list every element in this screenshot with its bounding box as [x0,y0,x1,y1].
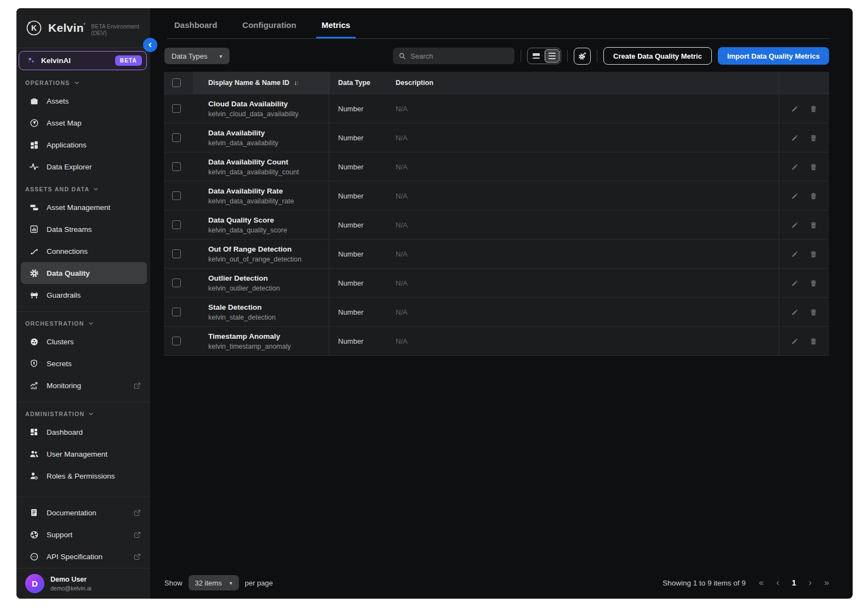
row-checkbox[interactable] [172,162,181,171]
sidebar-item-api-specification[interactable]: API Specification [21,545,147,567]
tab-metrics[interactable]: Metrics [316,20,356,38]
table-row[interactable]: Timestamp Anomalykelvin_timestamp_anomal… [164,327,829,356]
row-checkbox[interactable] [172,337,181,345]
row-checkbox[interactable] [172,308,181,316]
sidebar-item-user-management[interactable]: User Management [21,443,147,465]
section-assets-and-data[interactable]: ASSETS AND DATA [16,178,150,196]
row-checkbox[interactable] [172,249,181,258]
delete-button[interactable] [809,279,818,287]
roles-permissions-icon [29,471,39,481]
first-page-button[interactable]: « [759,578,764,588]
sidebar-item-clusters[interactable]: Clusters [21,331,147,353]
last-page-button[interactable]: » [824,578,829,588]
row-checkbox[interactable] [172,278,181,287]
delete-button[interactable] [809,250,818,258]
delete-button[interactable] [809,105,818,113]
table-header-row: Display Name & Name ID ↓↑ Data Type Desc… [164,72,829,94]
user-email: demo@kelvin.ai [50,585,92,592]
section-orchestration[interactable]: ORCHESTRATION [16,312,150,331]
table-row[interactable]: Data Availabilitykelvin_data_availabilit… [164,123,829,152]
row-checkbox[interactable] [172,104,181,113]
row-checkbox[interactable] [172,220,181,229]
row-checkbox[interactable] [172,191,181,200]
search-input[interactable] [410,52,509,60]
data-streams-icon [29,224,39,234]
select-all-checkbox[interactable] [172,78,181,87]
data-types-filter-dropdown[interactable]: Data Types ▾ [164,48,230,64]
chevron-down-icon [74,80,79,86]
edit-button[interactable] [791,163,799,171]
tab-dashboard[interactable]: Dashboard [169,20,222,38]
edit-button[interactable] [791,221,799,229]
sidebar-item-asset-management[interactable]: Asset Management [21,196,147,218]
trash-icon [809,105,818,113]
sidebar-collapse-button[interactable] [143,38,157,52]
import-data-quality-metrics-button[interactable]: Import Data Quality Metrics [718,47,829,65]
sidebar-item-connections[interactable]: Connections [21,240,147,262]
sidebar-item-support[interactable]: Support [21,524,147,545]
sidebar-item-roles-permissions[interactable]: Roles & Permissions [21,465,147,487]
sidebar-item-documentation[interactable]: Documentation [21,502,147,524]
section-administration[interactable]: ADMINISTRATION [16,402,150,421]
assets-icon [29,96,39,106]
table-settings-button[interactable] [574,48,591,65]
row-checkbox[interactable] [172,133,181,142]
user-menu[interactable]: D Demo User demo@kelvin.ai [16,568,150,599]
delete-button[interactable] [809,308,818,316]
sidebar-item-monitoring[interactable]: Monitoring [21,374,147,396]
delete-button[interactable] [809,221,818,229]
edit-button[interactable] [791,250,799,258]
sidebar-item-data-streams[interactable]: Data Streams [21,218,147,240]
show-label: Show [164,579,182,587]
applications-icon [29,140,39,150]
delete-button[interactable] [809,134,818,142]
tab-bar: Dashboard Configuration Metrics [167,8,829,39]
kelvin-ai-button[interactable]: KelvinAI BETA [19,51,147,70]
delete-button[interactable] [809,163,818,171]
documentation-icon [29,508,39,518]
table-row[interactable]: Stale Detectionkelvin_stale_detection Nu… [164,298,829,327]
table-row[interactable]: Outlier Detectionkelvin_outlier_detectio… [164,269,829,298]
edit-button[interactable] [791,192,799,200]
guardrails-icon [29,290,39,300]
comfortable-rows-button[interactable] [529,49,544,62]
tab-configuration[interactable]: Configuration [237,20,301,38]
delete-button[interactable] [809,337,818,345]
table-row[interactable]: Data Availability Countkelvin_data_avail… [164,152,829,181]
asset-management-icon [29,202,39,212]
prev-page-button[interactable]: ‹ [776,578,779,588]
sidebar-item-data-quality[interactable]: Data Quality [21,262,147,284]
table-row[interactable]: Data Quality Scorekelvin_data_quality_sc… [164,211,829,240]
edit-button[interactable] [791,337,799,345]
sidebar-item-asset-map[interactable]: Asset Map [21,112,147,134]
table-row[interactable]: Cloud Data Availabilitykelvin_cloud_data… [164,94,829,123]
compact-rows-button[interactable] [545,49,559,62]
pagination-summary: Showing 1 to 9 items of 9 [663,579,746,587]
sidebar-item-secrets[interactable]: Secrets [21,353,147,374]
connections-icon [29,246,39,256]
trash-icon [809,134,818,142]
trash-icon [809,250,818,258]
next-page-button[interactable]: › [809,578,812,588]
sidebar-item-dashboard[interactable]: Dashboard [21,421,147,443]
trash-icon [809,337,818,345]
pencil-icon [791,134,799,142]
trash-icon [809,308,818,316]
page-size-dropdown[interactable]: 32 items ▾ [189,575,239,590]
column-header-name[interactable]: Display Name & Name ID ↓↑ [193,72,329,94]
sidebar-item-guardrails[interactable]: Guardrails [21,284,147,306]
sidebar-item-assets[interactable]: Assets [21,90,147,112]
edit-button[interactable] [791,279,799,287]
edit-button[interactable] [791,134,799,142]
sidebar-item-data-explorer[interactable]: Data Explorer [21,156,147,178]
toolbar-divider [567,50,568,62]
table-row[interactable]: Data Availability Ratekelvin_data_availa… [164,181,829,211]
table-row[interactable]: Out Of Range Detectionkelvin_out_of_rang… [164,240,829,269]
edit-button[interactable] [791,308,799,316]
edit-button[interactable] [791,105,799,113]
delete-button[interactable] [809,192,818,200]
gear-sparkle-icon [578,52,587,61]
section-operations[interactable]: OPERATIONS [16,71,150,90]
sidebar-item-applications[interactable]: Applications [21,134,147,156]
create-data-quality-metric-button[interactable]: Create Data Quality Metric [603,47,712,65]
